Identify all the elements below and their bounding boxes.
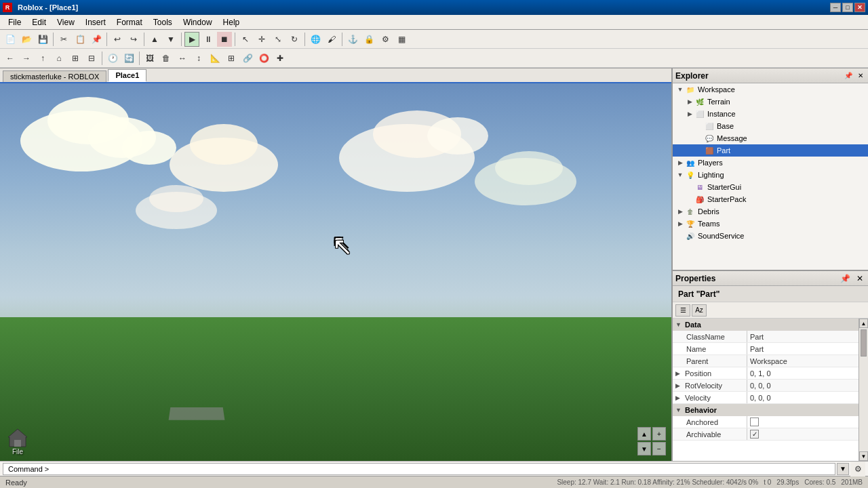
expand-instance[interactable]: ▶ (685, 110, 694, 117)
anchor-btn[interactable]: ⚓ (345, 32, 360, 47)
tree-item-startergui[interactable]: 🖥 StarterGui (673, 181, 868, 193)
scale-button[interactable]: ⤡ (271, 32, 285, 47)
rotvelocity-expand-icon[interactable]: ▶ (675, 382, 685, 389)
expand-workspace[interactable]: ▼ (675, 86, 685, 93)
up-btn[interactable]: ↑ (35, 51, 50, 66)
prop-scrollbar[interactable]: ▲ ▼ (859, 319, 868, 461)
align-btn[interactable]: ⊞ (224, 51, 239, 66)
viewport[interactable]: ↖ File ▲ + ▼ − (0, 83, 671, 461)
prop-alpha-btn[interactable]: Az (692, 304, 707, 317)
prop-velocity-value[interactable]: 0, 0, 0 (747, 392, 859, 403)
del-btn[interactable]: 🗑 (159, 51, 174, 66)
nav-down-btn[interactable]: ▼ (637, 442, 651, 455)
command-settings-btn[interactable]: ⚙ (850, 462, 865, 476)
expand-terrain[interactable]: ▶ (685, 98, 694, 105)
section-data[interactable]: ▼ Data (673, 319, 859, 331)
menu-format[interactable]: Format (111, 16, 148, 28)
grid-btn[interactable]: ⊟ (84, 51, 99, 66)
select-button[interactable]: ↖ (238, 32, 253, 47)
expand-debris[interactable]: ▶ (675, 208, 685, 215)
menu-file[interactable]: File (3, 16, 26, 28)
section-behavior[interactable]: ▼ Behavior (673, 404, 859, 416)
tf-btn[interactable]: ⊞ (68, 51, 83, 66)
terrain-btn[interactable]: 🌐 (308, 32, 323, 47)
prop-parent-value[interactable]: Workspace (747, 355, 859, 367)
save-button[interactable]: 💾 (35, 32, 50, 47)
tree-item-terrain[interactable]: ▶ 🌿 Terrain (673, 96, 868, 108)
prop-category-btn[interactable]: ☰ (675, 304, 690, 317)
anim-btn[interactable]: 🔄 (121, 51, 136, 66)
velocity-expand-icon[interactable]: ▶ (675, 394, 685, 401)
tree-item-part[interactable]: 🟫 Part (673, 144, 868, 157)
command-input[interactable] (3, 463, 835, 475)
tree-item-base[interactable]: ⬜ Base (673, 120, 868, 132)
nav-zoom-in-btn[interactable]: + (652, 427, 666, 441)
position-expand-icon[interactable]: ▶ (675, 370, 685, 377)
archivable-checkbox[interactable] (750, 430, 759, 439)
pause-button[interactable]: ⏸ (201, 32, 216, 47)
lock-btn[interactable]: 🔒 (361, 32, 376, 47)
tree-item-lighting[interactable]: ▼ 💡 Lighting (673, 169, 868, 181)
command-dropdown-btn[interactable]: ▼ (837, 463, 849, 475)
paste-button[interactable]: 📌 (89, 32, 104, 47)
tab-place1[interactable]: Place1 (108, 69, 146, 82)
menu-help[interactable]: Help (218, 16, 245, 28)
settings-btn[interactable]: ⚙ (378, 32, 393, 47)
weld-btn[interactable]: 🔗 (240, 51, 255, 66)
fwd-btn[interactable]: → (19, 51, 34, 66)
tree-item-teams[interactable]: ▶ 🏆 Teams (673, 218, 868, 230)
open-button[interactable]: 📂 (19, 32, 34, 47)
tree-item-instance[interactable]: ▶ ⬜ Instance (673, 108, 868, 120)
circle-btn[interactable]: ⭕ (256, 51, 271, 66)
up-arrow-button[interactable]: ▲ (147, 32, 162, 47)
cut-button[interactable]: ✂ (56, 32, 71, 47)
copy-button[interactable]: 📋 (73, 32, 87, 47)
tree-item-debris[interactable]: ▶ 🗑 Debris (673, 205, 868, 218)
maximize-button[interactable]: □ (842, 3, 853, 12)
prop-archivable-value[interactable] (747, 428, 859, 440)
new-button[interactable]: 📄 (3, 32, 18, 47)
expand-players[interactable]: ▶ (675, 159, 685, 166)
group-btn[interactable]: ▦ (394, 32, 409, 47)
title-bar-controls[interactable]: ─ □ ✕ (830, 3, 865, 12)
home-btn[interactable]: ⌂ (52, 51, 66, 66)
prop-position-value[interactable]: 0, 1, 0 (747, 367, 859, 379)
scroll-thumb[interactable] (861, 329, 867, 357)
properties-close-btn[interactable]: ✕ (854, 274, 865, 283)
menu-window[interactable]: Window (178, 16, 218, 28)
menu-icon-area[interactable]: File (5, 426, 30, 455)
flip-btn[interactable]: ↕ (191, 51, 206, 66)
tree-item-soundservice[interactable]: 🔊 SoundService (673, 230, 868, 242)
prop-name-value[interactable]: Part (747, 343, 859, 354)
play-button[interactable]: ▶ (184, 32, 199, 47)
prop-classname-value[interactable]: Part (747, 331, 859, 342)
tab-roblox[interactable]: stickmasterluke - ROBLOX (3, 70, 106, 82)
plus-btn[interactable]: ✚ (273, 51, 288, 66)
scroll-up-btn[interactable]: ▲ (859, 319, 868, 328)
nav-zoom-out-btn[interactable]: − (652, 442, 666, 455)
tree-item-players[interactable]: ▶ 👥 Players (673, 157, 868, 169)
explorer-close-btn[interactable]: ✕ (856, 72, 865, 79)
scroll-track[interactable] (859, 328, 868, 451)
tree-item-message[interactable]: 💬 Message (673, 132, 868, 144)
paint-btn[interactable]: 🖌 (324, 32, 339, 47)
mirror-btn[interactable]: ↔ (175, 51, 190, 66)
redo-button[interactable]: ↪ (126, 32, 141, 47)
undo-button[interactable]: ↩ (110, 32, 125, 47)
move-button[interactable]: ✛ (254, 32, 269, 47)
img-btn[interactable]: 🖼 (142, 51, 157, 66)
menu-tools[interactable]: Tools (148, 16, 178, 28)
menu-insert[interactable]: Insert (80, 16, 111, 28)
tree-item-starterpack[interactable]: 🎒 StarterPack (673, 193, 868, 205)
back-btn[interactable]: ← (3, 51, 18, 66)
menu-edit[interactable]: Edit (26, 16, 52, 28)
tree-item-workspace[interactable]: ▼ 📁 Workspace (673, 83, 868, 96)
stop-button[interactable]: ⏹ (217, 32, 232, 47)
explorer-pin-btn[interactable]: 📌 (842, 72, 854, 79)
properties-pin-btn[interactable]: 📌 (838, 274, 852, 283)
menu-view[interactable]: View (52, 16, 80, 28)
down-arrow-button[interactable]: ▼ (163, 32, 178, 47)
snap-btn[interactable]: 📐 (208, 51, 222, 66)
close-button[interactable]: ✕ (854, 3, 865, 12)
expand-teams[interactable]: ▶ (675, 220, 685, 227)
